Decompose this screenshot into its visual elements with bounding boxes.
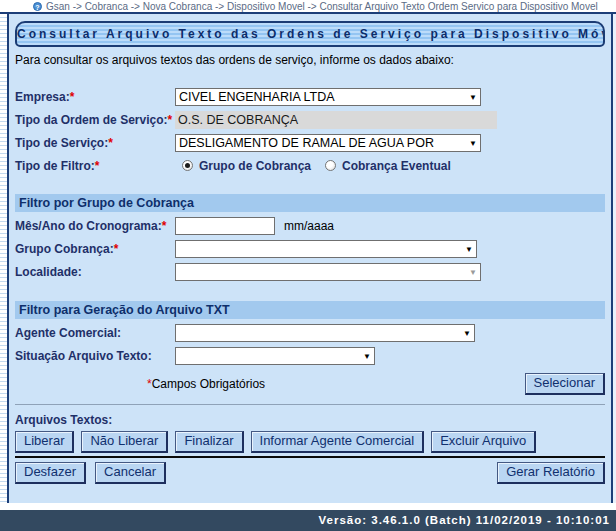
- radio-grupo-cobranca[interactable]: [182, 160, 193, 171]
- agente-comercial-select[interactable]: ▼: [175, 324, 475, 342]
- arquivos-textos-label: Arquivos Textos:: [15, 413, 605, 427]
- left-menu-strip: [0, 14, 7, 503]
- divider-dark: [15, 456, 605, 458]
- gsan-window: ? Gsan -> Cobranca -> Nova Cobranca -> D…: [0, 0, 616, 531]
- tipo-ordem-servico-field: O.S. DE COBRANÇA: [175, 111, 497, 129]
- row-localidade: Localidade: ▼: [15, 260, 605, 283]
- chevron-down-icon: ▼: [363, 352, 371, 361]
- page-title: Consultar Arquivo Texto das Ordens de Se…: [15, 21, 605, 47]
- localidade-label: Localidade:: [15, 265, 175, 279]
- empresa-select[interactable]: CIVEL ENGENHARIA LTDA ▼: [175, 88, 481, 106]
- excluir-arquivo-button[interactable]: Excluir Arquivo: [431, 431, 536, 453]
- section-filtro-geracao-txt: Filtro para Geração do Arquivo TXT: [15, 301, 605, 319]
- row-agente-comercial: Agente Comercial: ▼: [15, 321, 605, 344]
- empresa-label: Empresa:*: [15, 90, 175, 104]
- row-tipo-ordem-servico: Tipo da Ordem de Serviço:* O.S. DE COBRA…: [15, 108, 605, 131]
- row-grupo-cobranca: Grupo Cobrança:* ▼: [15, 237, 605, 260]
- breadcrumb: ? Gsan -> Cobranca -> Nova Cobranca -> D…: [0, 0, 616, 12]
- radio-grupo-cobranca-label: Grupo de Cobrança: [199, 159, 311, 173]
- breadcrumb-path: Gsan -> Cobranca -> Nova Cobranca -> Dis…: [46, 1, 598, 12]
- chevron-down-icon: ▼: [469, 268, 477, 277]
- informar-agente-comercial-button[interactable]: Informar Agente Comercial: [251, 431, 425, 453]
- liberar-button[interactable]: Liberar: [15, 431, 74, 453]
- grupo-cobranca-select[interactable]: ▼: [175, 240, 477, 258]
- empresa-value: CIVEL ENGENHARIA LTDA: [179, 90, 335, 104]
- required-fields-note: *Campos Obrigatórios: [147, 377, 265, 391]
- situacao-arquivo-label: Situação Arquivo Texto:: [15, 349, 175, 363]
- main-content: Consultar Arquivo Texto das Ordens de Se…: [9, 14, 611, 503]
- tipo-servico-value: DESLIGAMENTO DE RAMAL DE AGUA POR: [179, 136, 434, 150]
- agente-comercial-label: Agente Comercial:: [15, 326, 175, 340]
- mes-ano-label: Mês/Ano do Cronograma:*: [15, 219, 175, 233]
- gerar-relatorio-button[interactable]: Gerar Relatório: [497, 462, 605, 484]
- intro-text: Para consultar os arquivos textos das or…: [15, 53, 605, 67]
- desfazer-button[interactable]: Desfazer: [15, 462, 86, 484]
- finalizar-button[interactable]: Finalizar: [175, 431, 243, 453]
- row-mes-ano: Mês/Ano do Cronograma:* mm/aaaa: [15, 214, 605, 237]
- help-icon[interactable]: ?: [33, 2, 42, 11]
- nao-liberar-button[interactable]: Não Liberar: [81, 431, 168, 453]
- row-situacao-arquivo: Situação Arquivo Texto: ▼: [15, 344, 605, 367]
- tipo-filtro-radio-group: Grupo de Cobrança Cobrança Eventual: [175, 159, 465, 173]
- footer-gap: [0, 503, 616, 510]
- mes-ano-hint: mm/aaaa: [284, 219, 334, 233]
- version-footer: Versão: 3.46.1.0 (Batch) 11/02/2019 - 10…: [0, 510, 616, 531]
- radio-cobranca-eventual-label: Cobrança Eventual: [342, 159, 451, 173]
- chevron-down-icon: ▼: [469, 139, 477, 148]
- chevron-down-icon: ▼: [465, 245, 473, 254]
- grupo-cobranca-label: Grupo Cobrança:*: [15, 242, 175, 256]
- mes-ano-input[interactable]: [175, 217, 275, 235]
- section-filtro-grupo-cobranca: Filtro por Grupo de Cobrança: [15, 194, 605, 212]
- tipo-servico-label: Tipo de Serviço:*: [15, 136, 175, 150]
- chevron-down-icon: ▼: [469, 93, 477, 102]
- row-tipo-filtro: Tipo de Filtro:* Grupo de Cobrança Cobra…: [15, 154, 605, 177]
- cancelar-button[interactable]: Cancelar: [95, 462, 166, 484]
- selecionar-button[interactable]: Selecionar: [525, 373, 605, 395]
- radio-cobranca-eventual[interactable]: [325, 160, 336, 171]
- tipo-servico-select[interactable]: DESLIGAMENTO DE RAMAL DE AGUA POR ▼: [175, 134, 481, 152]
- row-empresa: Empresa:* CIVEL ENGENHARIA LTDA ▼: [15, 85, 605, 108]
- row-tipo-servico: Tipo de Serviço:* DESLIGAMENTO DE RAMAL …: [15, 131, 605, 154]
- localidade-select: ▼: [175, 263, 481, 281]
- tipo-ordem-servico-label: Tipo da Ordem de Serviço:*: [15, 113, 175, 127]
- divider: [15, 404, 605, 405]
- tipo-filtro-label: Tipo de Filtro:*: [15, 159, 175, 173]
- chevron-down-icon: ▼: [463, 329, 471, 338]
- situacao-arquivo-select[interactable]: ▼: [175, 347, 375, 365]
